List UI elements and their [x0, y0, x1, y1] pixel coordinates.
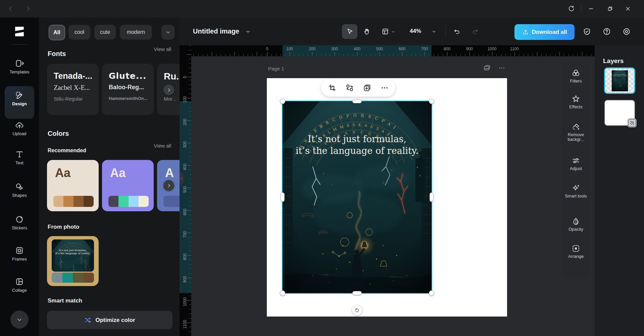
- app-window: A B C E B R C O P O N S C P A I G L I J …: [0, 0, 644, 336]
- layer-thumbnail-image[interactable]: [604, 67, 635, 94]
- palette-swatches: [163, 196, 180, 207]
- chevron-down-icon: [391, 30, 395, 34]
- zoom-dropdown-button[interactable]: [429, 24, 439, 39]
- arrange-icon: [572, 244, 580, 253]
- hand-tool-button[interactable]: [359, 24, 375, 39]
- filter-chip-all[interactable]: All: [49, 25, 65, 40]
- font-card[interactable]: Glute... Baloo-Reg... HammersmithOn...: [102, 64, 154, 115]
- palette-card[interactable]: Aa: [102, 160, 154, 211]
- sidebar-item-text[interactable]: Text: [0, 150, 39, 165]
- filter-chip-cool[interactable]: cool: [68, 25, 90, 40]
- colors-view-all-link[interactable]: View all: [154, 143, 171, 149]
- duplicate-button[interactable]: [363, 84, 371, 92]
- edit-tool-rail: Filters Effects Remove backgr... Adjust …: [561, 61, 590, 278]
- resize-handle-sw[interactable]: [280, 290, 285, 296]
- more-icon: [381, 84, 389, 92]
- layers-panel: Layers: [595, 45, 644, 336]
- redo-icon: [472, 28, 479, 35]
- from-photo-swatches: [52, 273, 94, 283]
- chevron-down-icon: [432, 29, 436, 34]
- tool-smart-tools[interactable]: Smart tools: [561, 184, 590, 199]
- filter-chip-cute[interactable]: cute: [94, 25, 116, 40]
- resize-handle-ne[interactable]: [429, 99, 434, 104]
- minimize-button[interactable]: [586, 4, 596, 13]
- tool-remove-background[interactable]: Remove backgr...: [561, 122, 590, 142]
- help-button[interactable]: [599, 24, 614, 39]
- duplicate-page-button[interactable]: [483, 64, 491, 72]
- effects-star-icon: [572, 95, 580, 103]
- palette-swatches: [108, 196, 149, 207]
- capcut-logo: [12, 25, 27, 40]
- sidebar-item-frames[interactable]: Frames: [0, 246, 39, 262]
- font-card[interactable]: Tenada-... Zacbel X-E... Stilu-Regular: [47, 64, 99, 115]
- sidebar-item-upload[interactable]: Upload: [0, 121, 39, 136]
- export-icon: [522, 29, 529, 36]
- rotate-handle[interactable]: [352, 305, 362, 315]
- safety-shield-button[interactable]: [579, 24, 595, 39]
- chevron-right-icon: [166, 88, 171, 93]
- chevron-down-icon: [245, 29, 251, 34]
- replace-button[interactable]: [346, 84, 354, 92]
- page-label: Page 1: [268, 66, 284, 71]
- from-photo-thumbnail: [52, 239, 94, 272]
- filter-chip-modern[interactable]: modern: [120, 25, 152, 40]
- crop-button[interactable]: [328, 84, 336, 92]
- undo-icon: [453, 28, 460, 35]
- fonts-view-all-link[interactable]: View all: [154, 46, 171, 52]
- select-tool-button[interactable]: [342, 24, 357, 39]
- colors-heading: Colors: [48, 130, 69, 137]
- resize-handle-s[interactable]: [352, 291, 362, 295]
- chevron-left-icon: [180, 177, 184, 180]
- resize-handle-nw[interactable]: [280, 99, 285, 104]
- tool-opacity[interactable]: Opacity: [561, 217, 590, 232]
- resize-handle-e[interactable]: [430, 192, 434, 202]
- shuffle-icon: [84, 317, 91, 324]
- colors-next-button[interactable]: [163, 180, 174, 191]
- from-photo-palette-card[interactable]: [47, 236, 99, 286]
- redo-button[interactable]: [467, 24, 483, 39]
- sidebar-item-shapes[interactable]: Shapes: [0, 182, 39, 198]
- fonts-heading: Fonts: [48, 50, 66, 58]
- panel-collapse-button[interactable]: [180, 172, 184, 184]
- canvas-toolbar: Untitled image 44% Download all: [180, 17, 644, 45]
- vertical-ruler: 010020030040050060070080090010001100: [180, 45, 191, 336]
- nav-forward-icon[interactable]: [23, 4, 33, 13]
- tool-arrange[interactable]: Arrange: [561, 244, 590, 259]
- resize-handle-w[interactable]: [281, 192, 285, 202]
- resize-handle-se[interactable]: [429, 290, 434, 296]
- close-button[interactable]: [623, 4, 633, 13]
- layout-tool-button[interactable]: [378, 24, 398, 39]
- download-all-button[interactable]: Download all: [514, 24, 575, 40]
- adjust-sliders-icon: [572, 156, 580, 165]
- sidebar-item-stickers[interactable]: Stickers: [0, 215, 39, 230]
- tool-filters[interactable]: Filters: [561, 69, 590, 83]
- sidebar-item-templates[interactable]: Templates: [0, 59, 39, 74]
- page-more-button[interactable]: [498, 64, 505, 73]
- sidebar-item-collage[interactable]: Collage: [0, 277, 39, 293]
- more-options-button[interactable]: [381, 84, 389, 92]
- tool-effects[interactable]: Effects: [561, 95, 590, 109]
- filter-chips-expand-button[interactable]: [161, 25, 175, 40]
- optimize-color-button[interactable]: Optimize color: [47, 311, 172, 329]
- titlebar-divider: [581, 5, 581, 13]
- sidebar-more-button[interactable]: [10, 311, 29, 329]
- layer-thumbnail-background[interactable]: [604, 100, 635, 126]
- undo-button[interactable]: [449, 24, 464, 39]
- document-title[interactable]: Untitled image: [193, 27, 251, 35]
- opacity-droplet-icon: [572, 217, 580, 226]
- resize-handle-n[interactable]: [352, 99, 362, 103]
- smart-tools-sparkle-icon: [572, 184, 580, 192]
- crop-icon: [328, 84, 336, 92]
- sidebar-item-design[interactable]: Design: [5, 86, 34, 119]
- refresh-icon[interactable]: [566, 4, 576, 13]
- fonts-next-button[interactable]: [163, 85, 174, 95]
- remove-background-icon: [572, 122, 580, 131]
- restore-button[interactable]: [605, 4, 615, 13]
- zoom-level[interactable]: 44%: [410, 28, 421, 35]
- selected-image[interactable]: [282, 101, 432, 294]
- image-context-toolbar: [321, 79, 395, 97]
- palette-card[interactable]: Aa: [47, 160, 99, 211]
- tool-adjust[interactable]: Adjust: [561, 156, 590, 171]
- nav-back-icon[interactable]: [6, 4, 15, 13]
- settings-button[interactable]: [619, 24, 634, 39]
